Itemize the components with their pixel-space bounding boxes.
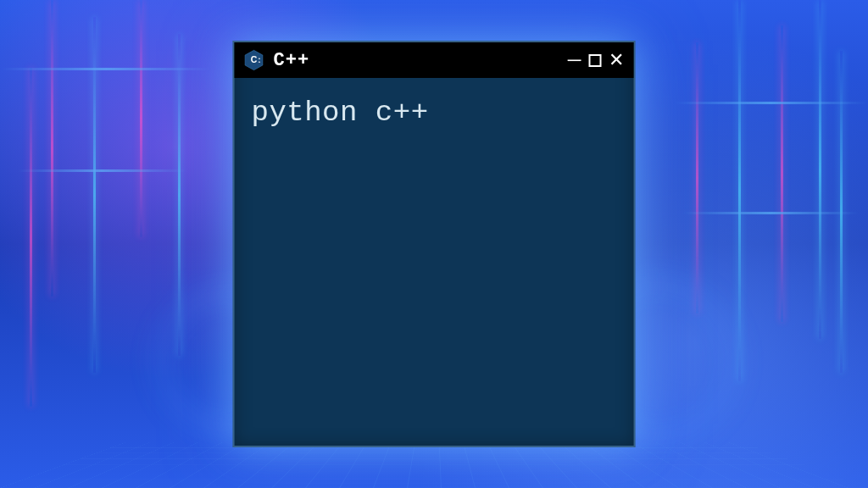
window-controls: ─ ✕ (565, 51, 626, 69)
minimize-button[interactable]: ─ (565, 51, 584, 69)
terminal-body[interactable]: python c++ (235, 78, 634, 446)
titlebar[interactable]: C + + C++ ─ ✕ (235, 42, 634, 78)
terminal-content: python c++ (252, 97, 429, 129)
close-button[interactable]: ✕ (607, 51, 626, 69)
svg-text:C: C (251, 55, 258, 64)
cpp-logo-icon: C + + (243, 49, 265, 71)
terminal-window: C + + C++ ─ ✕ python c++ (233, 41, 636, 447)
maximize-button[interactable] (589, 54, 602, 67)
window-title: C++ (274, 50, 557, 71)
